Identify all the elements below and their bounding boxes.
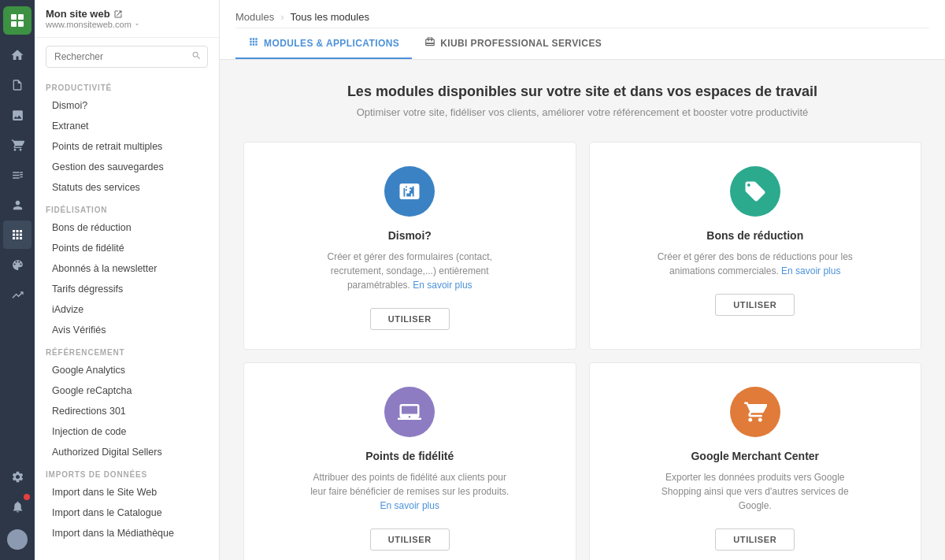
site-url[interactable]: www.monsiteweb.com bbox=[46, 20, 141, 29]
learn-more-link[interactable]: En savoir plus bbox=[781, 265, 840, 276]
svg-rect-1 bbox=[18, 14, 24, 20]
module-desc: Attribuer des points de fidélité aux cli… bbox=[307, 470, 512, 513]
sidebar-item[interactable]: Points de fidélité bbox=[35, 238, 219, 258]
module-card-bons_reduction: Bons de réduction Créer et gérer des bon… bbox=[589, 142, 922, 350]
module-desc: Créer et gérer des formulaires (contact,… bbox=[307, 250, 512, 292]
briefcase-icon bbox=[424, 36, 435, 50]
module-card-points_fidelite: Points de fidélité Attribuer des points … bbox=[243, 362, 576, 560]
sidebar-section-label: FIDÉLISATION bbox=[35, 198, 219, 217]
home-icon[interactable] bbox=[3, 41, 32, 69]
module-name: Dismoi? bbox=[388, 229, 432, 242]
theme-icon[interactable] bbox=[3, 250, 32, 279]
sidebar-item[interactable]: Abonnés à la newsletter bbox=[35, 258, 219, 279]
search-input[interactable] bbox=[46, 46, 208, 68]
breadcrumb-parent: Modules bbox=[235, 11, 274, 23]
svg-rect-0 bbox=[11, 14, 17, 20]
sidebar-item[interactable]: Import dans le Catalogue bbox=[35, 503, 219, 523]
sidebar-item[interactable]: Gestion des sauvegardes bbox=[35, 157, 219, 177]
page-icon[interactable] bbox=[3, 71, 32, 99]
sidebar-item[interactable]: Avis Vérifiés bbox=[35, 320, 219, 340]
breadcrumb: Modules › Tous les modules bbox=[235, 0, 929, 28]
sidebar-item[interactable]: iAdvize bbox=[35, 299, 219, 320]
module-name: Bons de réduction bbox=[706, 229, 803, 242]
sidebar-item[interactable]: Redirections 301 bbox=[35, 401, 219, 421]
tab-label: KIUBI PROFESSIONAL SERVICES bbox=[440, 38, 602, 49]
sidebar-item[interactable]: Tarifs dégressifs bbox=[35, 279, 219, 299]
sidebar-item[interactable]: Dismoi? bbox=[35, 95, 219, 116]
page-header: Les modules disponibles sur votre site e… bbox=[243, 83, 921, 118]
module-name: Google Merchant Center bbox=[691, 450, 819, 462]
sidebar-section-label: IMPORTS DE DONNÉES bbox=[35, 462, 219, 482]
page-subtitle: Optimiser votre site, fidéliser vos clie… bbox=[243, 106, 921, 118]
sidebar-item[interactable]: Google reCaptcha bbox=[35, 380, 219, 401]
use-button-google_merchant[interactable]: UTILISER bbox=[715, 528, 795, 551]
sidebar-sections: PRODUCTIVITÉDismoi?ExtranetPoints de ret… bbox=[35, 76, 219, 543]
kiubi-logo[interactable] bbox=[3, 6, 32, 35]
content-area: Les modules disponibles sur votre site e… bbox=[220, 60, 945, 560]
module-name: Points de fidélité bbox=[365, 450, 454, 462]
shop-icon[interactable] bbox=[3, 131, 32, 159]
module-icon-points_fidelite bbox=[384, 387, 435, 437]
use-button-dismoi[interactable]: UTILISER bbox=[370, 308, 450, 330]
use-button-bons_reduction[interactable]: UTILISER bbox=[715, 294, 795, 316]
sidebar-section-label: PRODUCTIVITÉ bbox=[35, 76, 219, 95]
breadcrumb-separator: › bbox=[280, 11, 284, 23]
top-bar: Modules › Tous les modules MODULES & APP… bbox=[220, 0, 945, 60]
settings-icon[interactable] bbox=[3, 462, 32, 491]
tab-services[interactable]: KIUBI PROFESSIONAL SERVICES bbox=[412, 28, 614, 59]
stats-icon[interactable] bbox=[3, 280, 32, 309]
sidebar-panel: Mon site web www.monsiteweb.com PRODUCTI… bbox=[35, 0, 220, 560]
blog-icon[interactable] bbox=[3, 161, 32, 189]
site-header: Mon site web www.monsiteweb.com bbox=[35, 0, 219, 38]
use-button-points_fidelite[interactable]: UTILISER bbox=[370, 528, 450, 551]
search-box[interactable] bbox=[46, 46, 208, 68]
svg-rect-2 bbox=[11, 21, 17, 27]
notification-badge bbox=[24, 494, 30, 500]
sidebar-item[interactable]: Statuts des services bbox=[35, 177, 219, 198]
modules-icon[interactable] bbox=[3, 221, 32, 249]
module-desc: Exporter les données produits vers Googl… bbox=[653, 470, 858, 513]
users-icon[interactable] bbox=[3, 191, 32, 219]
sidebar-section-label: RÉFÉRENCEMENT bbox=[35, 340, 219, 360]
sidebar-item[interactable]: Authorized Digital Sellers bbox=[35, 442, 219, 462]
left-icon-nav bbox=[0, 0, 35, 560]
module-icon-dismoi bbox=[384, 166, 435, 217]
notifications-icon[interactable] bbox=[3, 492, 32, 521]
user-avatar[interactable] bbox=[3, 525, 32, 554]
learn-more-link[interactable]: En savoir plus bbox=[413, 280, 472, 291]
sidebar-item[interactable]: Import dans le Site Web bbox=[35, 482, 219, 503]
grid-icon bbox=[248, 36, 259, 50]
learn-more-link[interactable]: En savoir plus bbox=[380, 500, 439, 511]
sidebar-item[interactable]: Import dans la Médiathèque bbox=[35, 523, 219, 543]
sidebar-item[interactable]: Injection de code bbox=[35, 421, 219, 442]
page-title: Les modules disponibles sur votre site e… bbox=[243, 83, 921, 100]
module-card-google_merchant: Google Merchant Center Exporter les donn… bbox=[589, 362, 922, 560]
svg-rect-3 bbox=[18, 21, 24, 27]
search-icon bbox=[191, 50, 202, 63]
main-content: Modules › Tous les modules MODULES & APP… bbox=[220, 0, 945, 560]
tabs-bar: MODULES & APPLICATIONSKIUBI PROFESSIONAL… bbox=[235, 28, 929, 59]
site-name: Mon site web bbox=[46, 8, 141, 20]
module-icon-bons_reduction bbox=[730, 166, 780, 217]
module-desc: Créer et gérer des bons de réductions po… bbox=[653, 250, 858, 278]
sidebar-item[interactable]: Points de retrait multiples bbox=[35, 136, 219, 157]
modules-grid: Dismoi? Créer et gérer des formulaires (… bbox=[243, 142, 921, 560]
module-icon-google_merchant bbox=[730, 387, 780, 437]
tab-modules[interactable]: MODULES & APPLICATIONS bbox=[235, 28, 412, 59]
module-card-dismoi: Dismoi? Créer et gérer des formulaires (… bbox=[243, 142, 576, 350]
sidebar-item[interactable]: Bons de réduction bbox=[35, 217, 219, 238]
breadcrumb-current: Tous les modules bbox=[290, 11, 369, 23]
sidebar-item[interactable]: Extranet bbox=[35, 116, 219, 136]
media-icon[interactable] bbox=[3, 101, 32, 129]
sidebar-item[interactable]: Google Analytics bbox=[35, 360, 219, 380]
tab-label: MODULES & APPLICATIONS bbox=[264, 38, 399, 49]
